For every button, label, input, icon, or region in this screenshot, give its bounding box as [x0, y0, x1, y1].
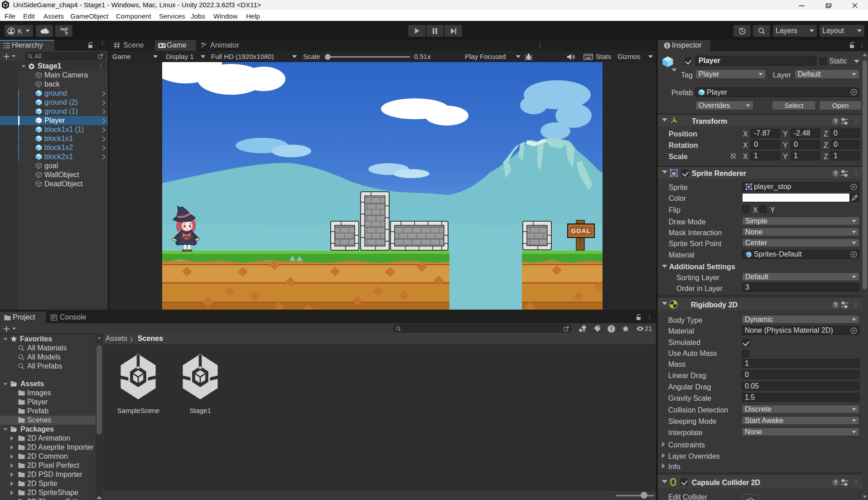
- svg-text:GOAL: GOAL: [571, 228, 591, 234]
- svg-text:?: ?: [834, 118, 837, 125]
- svg-text:?: ?: [834, 302, 837, 308]
- svg-text:?: ?: [834, 170, 837, 177]
- svg-text:?: ?: [834, 480, 837, 486]
